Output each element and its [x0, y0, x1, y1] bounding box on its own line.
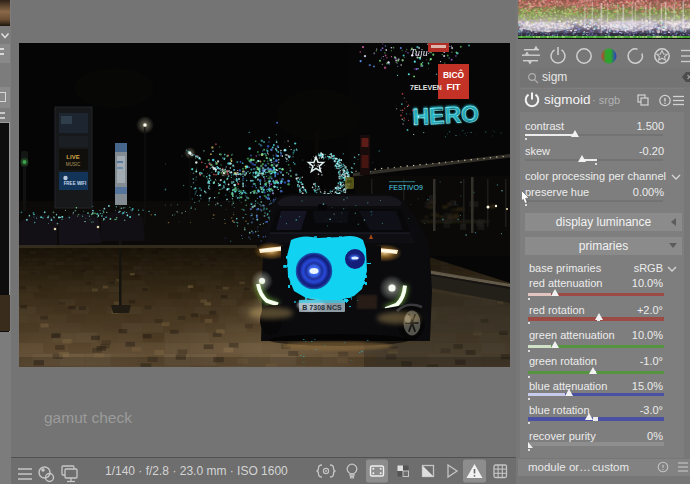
svg-text:Tuju: Tuju	[410, 47, 428, 58]
svg-text:FIT: FIT	[446, 81, 460, 92]
svg-text:MUSIC: MUSIC	[66, 162, 81, 167]
svg-text:FREE WIFI: FREE WIFI	[64, 181, 87, 186]
svg-text:BICÔ: BICÔ	[443, 69, 465, 80]
svg-text:HERO: HERO	[412, 101, 480, 130]
svg-text:7ELEVEN: 7ELEVEN	[410, 84, 442, 91]
svg-text:FESTIVO9: FESTIVO9	[389, 184, 423, 191]
svg-text:LIVE: LIVE	[66, 154, 79, 160]
svg-text:B 7308 NCS: B 7308 NCS	[302, 304, 342, 311]
